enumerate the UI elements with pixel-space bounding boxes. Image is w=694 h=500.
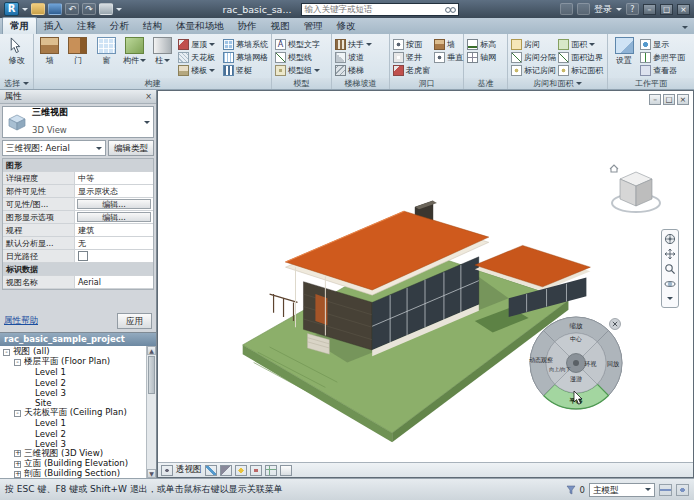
orbit-tool-icon[interactable] [663, 277, 677, 290]
property-value[interactable]: 建筑 [75, 224, 153, 236]
vertical-opening-button[interactable]: 垂直 [433, 51, 461, 63]
ribbon-tab[interactable]: 结构 [136, 18, 169, 34]
expand-icon[interactable]: + [14, 450, 21, 457]
property-value[interactable]: 无 [75, 237, 153, 249]
project-browser-title[interactable]: rac_basic_sample_project [0, 333, 156, 346]
view-restore-button[interactable]: □ [663, 94, 675, 105]
column-button[interactable]: 柱 [149, 35, 176, 78]
property-row[interactable]: 日光路径 [3, 250, 153, 263]
property-value[interactable]: 编辑... [77, 199, 151, 209]
panel-label-select[interactable]: 选择 [0, 78, 33, 89]
panel-label-room-area[interactable]: 房间和面积 [508, 78, 607, 89]
filter-icon[interactable] [566, 485, 576, 495]
ribbon-tab[interactable]: 注释 [70, 18, 103, 34]
mullion-button[interactable]: 竖梃 [222, 64, 269, 76]
roof-button[interactable]: 屋顶 [177, 38, 221, 50]
ribbon-minimize-chevron-icon[interactable] [682, 26, 688, 29]
steering-wheel[interactable]: 缩放 中心 回放 环视 动态观察 向上/向下 漫游 平移 [526, 313, 626, 413]
set-work-plane-button[interactable]: 设置 [610, 35, 638, 78]
help-button[interactable]: ? [626, 3, 639, 15]
drawing-area[interactable]: – □ × [157, 90, 694, 478]
panel-label-build[interactable]: 构建 [34, 78, 271, 89]
app-menu-chevron-icon[interactable] [22, 8, 28, 11]
expand-icon[interactable]: + [14, 471, 21, 478]
search-box[interactable] [301, 3, 459, 16]
modify-button[interactable]: 修改 [2, 35, 31, 78]
expand-icon[interactable]: - [14, 410, 21, 417]
stair-button[interactable]: 楼梯 [334, 64, 373, 76]
scroll-down-icon[interactable]: ▼ [147, 469, 156, 478]
scroll-up-icon[interactable]: ▲ [147, 346, 156, 355]
properties-header[interactable]: 属性× [0, 90, 156, 104]
floor-button[interactable]: 楼板 [177, 64, 221, 76]
properties-help-link[interactable]: 属性帮助 [4, 315, 38, 327]
shadows-icon[interactable] [250, 465, 262, 476]
ribbon-tab[interactable]: 插入 [37, 18, 70, 34]
area-boundary-button[interactable]: 面积边界 [557, 51, 603, 63]
pan-tool-icon[interactable] [663, 247, 677, 260]
window-button[interactable]: 窗 [93, 35, 120, 78]
property-value[interactable]: Aerial [75, 276, 153, 288]
tree-item[interactable]: +剖面 (Building Section) [0, 469, 146, 478]
panel-label-circulation[interactable]: 楼梯坡道 [332, 78, 389, 89]
view-selector-combo[interactable]: 三维视图: Aerial [2, 140, 106, 156]
property-row[interactable]: 部件可见性显示原状态 [3, 185, 153, 198]
ribbon-tab[interactable]: 常用 [2, 17, 37, 34]
visual-style-icon[interactable] [220, 465, 232, 476]
property-row[interactable]: 图形 [3, 159, 153, 172]
show-work-plane-button[interactable]: 显示 [639, 38, 687, 50]
edit-type-button[interactable]: 编辑类型 [108, 140, 154, 156]
view-cube[interactable] [607, 159, 665, 217]
scale-icon[interactable] [161, 465, 173, 476]
tree-item[interactable]: Level 3 [0, 388, 146, 398]
ribbon-tab[interactable]: 协作 [231, 18, 264, 34]
detail-level-icon[interactable] [205, 465, 217, 476]
panel-label-datum[interactable]: 基准 [464, 78, 507, 89]
grid-button[interactable]: 轴网 [466, 51, 497, 63]
tree-item[interactable]: Level 1 [0, 418, 146, 428]
property-row[interactable]: 详细程度中等 [3, 172, 153, 185]
tag-room-button[interactable]: 标记房间 [510, 64, 556, 76]
open-button[interactable] [31, 3, 45, 15]
type-selector[interactable]: 三维视图3D View [2, 106, 154, 138]
design-options-icon[interactable] [676, 484, 689, 496]
expand-icon[interactable]: + [14, 461, 21, 468]
dormer-opening-button[interactable]: 老虎窗 [392, 64, 432, 76]
property-row[interactable]: 标识数据 [3, 263, 153, 276]
property-row[interactable]: 可见性/图...编辑... [3, 198, 153, 211]
tree-item[interactable]: -楼层平面 (Floor Plan) [0, 357, 146, 367]
expand-icon[interactable]: - [14, 359, 21, 366]
curtain-system-button[interactable]: 幕墙系统 [222, 38, 269, 50]
search-input[interactable] [304, 4, 443, 15]
model-text-button[interactable]: 模型文字 [274, 38, 321, 50]
viewer-button[interactable]: 查看器 [639, 64, 687, 76]
level-button[interactable]: 标高 [466, 38, 497, 50]
shaft-opening-button[interactable]: 竖井 [392, 51, 432, 63]
component-button[interactable]: 构件 [121, 35, 148, 78]
sign-in-link[interactable]: 登录 [594, 3, 612, 16]
room-separator-button[interactable]: 房间分隔 [510, 51, 556, 63]
model-line-button[interactable]: 模型线 [274, 51, 321, 63]
panel-label-opening[interactable]: 洞口 [390, 78, 463, 89]
property-value[interactable]: 中等 [75, 172, 153, 184]
ribbon-tab[interactable]: 视图 [264, 18, 297, 34]
tag-area-button[interactable]: 标记面积 [557, 64, 603, 76]
curtain-grid-button[interactable]: 幕墙网格 [222, 51, 269, 63]
view-scale-label[interactable]: 透视图 [176, 464, 202, 476]
ribbon-tab[interactable]: 修改 [330, 18, 363, 34]
redo-button[interactable]: ↷ [82, 3, 96, 15]
ribbon-tab[interactable]: 体量和场地 [169, 18, 231, 34]
home-icon[interactable] [610, 165, 618, 172]
editable-only-toggle-icon[interactable] [659, 484, 672, 496]
panel-label-model[interactable]: 模型 [272, 78, 331, 89]
panel-label-work-plane[interactable]: 工作平面 [608, 78, 694, 89]
property-value[interactable]: 编辑... [77, 212, 151, 222]
room-button[interactable]: 房间 [510, 38, 556, 50]
model-group-button[interactable]: 模型组 [274, 64, 321, 76]
property-value[interactable]: 显示原状态 [75, 185, 153, 197]
property-row[interactable]: 视图名称Aerial [3, 276, 153, 289]
communication-center-icon[interactable] [560, 3, 573, 15]
wall-opening-button[interactable]: 墙 [433, 38, 461, 50]
tree-item[interactable]: Level 1 [0, 367, 146, 377]
reference-plane-button[interactable]: 参照平面 [639, 51, 687, 63]
